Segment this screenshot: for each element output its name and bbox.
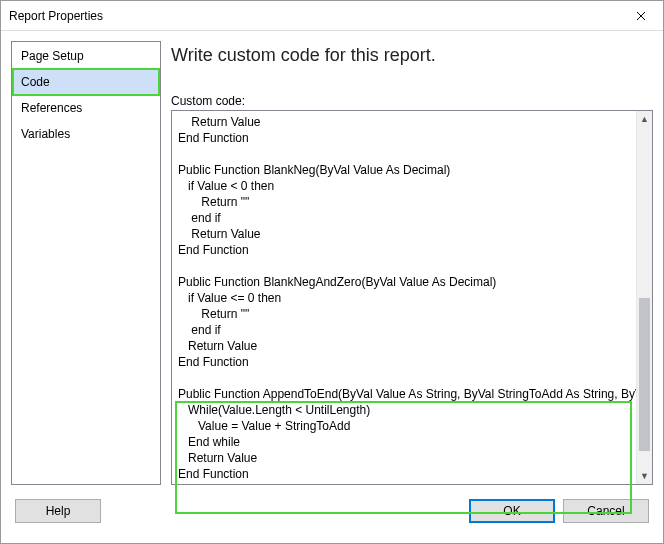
ok-button[interactable]: OK (469, 499, 555, 523)
sidebar-item-page-setup[interactable]: Page Setup (13, 43, 159, 69)
scroll-thumb[interactable] (639, 298, 650, 451)
panel-heading: Write custom code for this report. (171, 45, 653, 66)
scroll-track[interactable] (637, 127, 652, 468)
dialog-footer: Help OK Cancel (1, 495, 663, 535)
close-icon (636, 11, 646, 21)
custom-code-textarea[interactable] (172, 111, 636, 484)
scroll-down-arrow-icon[interactable]: ▼ (637, 468, 652, 484)
vertical-scrollbar[interactable]: ▲ ▼ (636, 111, 652, 484)
close-button[interactable] (618, 1, 663, 31)
help-button[interactable]: Help (15, 499, 101, 523)
cancel-button[interactable]: Cancel (563, 499, 649, 523)
titlebar: Report Properties (1, 1, 663, 31)
sidebar-item-variables[interactable]: Variables (13, 121, 159, 147)
window-title: Report Properties (9, 9, 618, 23)
main-panel: Write custom code for this report. Custo… (171, 41, 653, 485)
dialog-content: Page Setup Code References Variables Wri… (1, 31, 663, 495)
code-label: Custom code: (171, 94, 653, 108)
sidebar-item-code[interactable]: Code (13, 69, 159, 95)
code-editor-wrap: ▲ ▼ (171, 110, 653, 485)
sidebar: Page Setup Code References Variables (11, 41, 161, 485)
sidebar-item-references[interactable]: References (13, 95, 159, 121)
scroll-up-arrow-icon[interactable]: ▲ (637, 111, 652, 127)
